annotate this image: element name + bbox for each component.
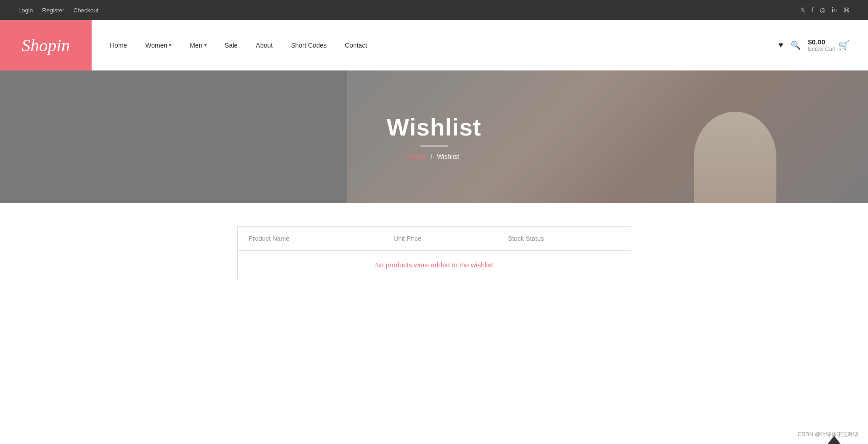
nav-home[interactable]: Home [101,20,136,70]
header: Shopin Home Women ▾ Men ▾ Sale About Sho… [0,20,868,70]
breadcrumb: Home / Wishlist [0,153,868,160]
cart-label: Empty Cart [808,46,835,52]
nav-contact[interactable]: Contact [336,20,376,70]
dribbble-icon[interactable]: ◎ [820,6,825,14]
wishlist-body: No products were added to the wishlist [237,251,631,279]
main-nav: Home Women ▾ Men ▾ Sale About Short Code… [101,20,778,70]
nav-men[interactable]: Men ▾ [180,20,215,70]
facebook-icon[interactable]: f [812,6,813,14]
nav-home-label: Home [110,20,127,70]
social-links: 𝕏 f ◎ in ⌘ [800,6,850,14]
logo-box[interactable]: Shopin [0,20,92,70]
hero-divider [420,146,448,146]
empty-text: No products were added to the wishlist [375,261,493,269]
col-product-name: Product Name [237,227,382,251]
hero-banner: Wishlist Home / Wishlist [0,70,868,203]
login-link[interactable]: Login [18,7,33,14]
wishlist-header: Product Name Unit Price Stock Status [237,227,631,251]
linkedin-icon[interactable]: in [832,6,837,14]
col-stock-status: Stock Status [497,227,631,251]
empty-message: No products were added to the wishlist [237,251,631,279]
col-unit-price: Unit Price [382,227,497,251]
twitter-icon[interactable]: 𝕏 [800,6,805,14]
wishlist-icon[interactable]: ♥ [778,40,783,50]
breadcrumb-current: Wishlist [437,153,459,160]
header-right: ♥ 🔍 $0.00 Empty Cart 🛒 [778,38,850,52]
main-content: Product Name Unit Price Stock Status No … [0,203,868,316]
wishlist-header-row: Product Name Unit Price Stock Status [237,227,631,251]
wishlist-empty-row: No products were added to the wishlist [237,251,631,279]
search-icon[interactable]: 🔍 [791,40,801,50]
nav-shortcodes-label: Short Codes [291,20,327,70]
nav-sale-label: Sale [225,20,238,70]
page-title: Wishlist [0,114,868,141]
nav-men-label: Men [190,20,202,70]
cart-area[interactable]: $0.00 Empty Cart 🛒 [808,38,850,52]
nav-sale[interactable]: Sale [216,20,247,70]
nav-men-arrow: ▾ [204,20,207,70]
breadcrumb-separator: / [431,153,432,160]
logo: Shopin [22,35,70,55]
nav-women-label: Women [145,20,167,70]
breadcrumb-home[interactable]: Home [409,153,426,160]
register-link[interactable]: Register [42,7,64,14]
cart-price: $0.00 [808,38,835,46]
checkout-link[interactable]: Checkout [73,7,98,14]
top-bar: Login Register Checkout 𝕏 f ◎ in ⌘ [0,0,868,20]
nav-contact-label: Contact [345,20,367,70]
nav-shortcodes[interactable]: Short Codes [282,20,336,70]
rss-icon[interactable]: ⌘ [843,6,850,14]
top-bar-links: Login Register Checkout [18,7,98,14]
nav-about-label: About [256,20,273,70]
hero-content: Wishlist Home / Wishlist [0,114,868,160]
cart-icon: 🛒 [838,40,850,51]
wishlist-table: Product Name Unit Price Stock Status No … [237,226,631,279]
nav-women[interactable]: Women ▾ [136,20,180,70]
nav-about[interactable]: About [247,20,282,70]
nav-women-arrow: ▾ [169,20,171,70]
